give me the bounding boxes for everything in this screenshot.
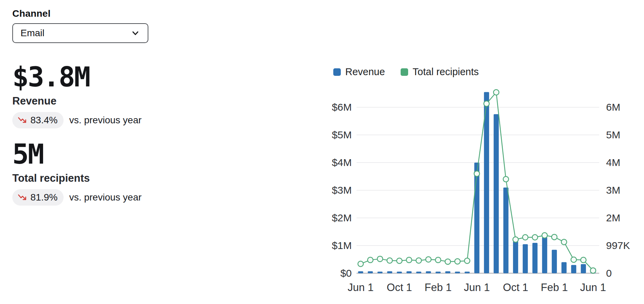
recipients-marker bbox=[494, 89, 499, 95]
recipients-marker bbox=[542, 233, 547, 238]
recipients-metric-value: 5M bbox=[12, 140, 204, 169]
trend-down-icon bbox=[18, 116, 27, 125]
recipients-marker bbox=[426, 257, 431, 262]
analytics-dashboard: Channel Email $3.8M Revenue 83.4% bbox=[0, 0, 644, 304]
revenue-change-badge: 83.4% bbox=[12, 112, 64, 128]
legend-item-revenue[interactable]: Revenue bbox=[333, 66, 385, 78]
svg-text:Jun 1: Jun 1 bbox=[348, 281, 374, 293]
svg-text:$3M: $3M bbox=[332, 184, 352, 196]
legend-swatch bbox=[401, 68, 408, 76]
recipients-marker bbox=[387, 258, 392, 263]
svg-text:997K: 997K bbox=[606, 240, 630, 251]
svg-text:$5M: $5M bbox=[332, 129, 352, 140]
revenue-bar bbox=[552, 250, 557, 273]
recipients-marker bbox=[503, 177, 509, 182]
recipients-marker bbox=[455, 259, 460, 264]
recipients-marker bbox=[581, 257, 586, 263]
recipients-marker bbox=[532, 235, 538, 240]
svg-text:Feb 1: Feb 1 bbox=[425, 281, 452, 293]
revenue-change-row: 83.4% vs. previous year bbox=[12, 112, 204, 128]
revenue-change-pct: 83.4% bbox=[30, 115, 57, 126]
svg-text:5M: 5M bbox=[606, 129, 620, 140]
recipients-marker bbox=[358, 261, 363, 266]
svg-text:$2M: $2M bbox=[332, 212, 352, 223]
recipients-marker bbox=[445, 259, 451, 264]
recipients-change-pct: 81.9% bbox=[30, 192, 57, 203]
revenue-metric-value: $3.8M bbox=[12, 63, 204, 92]
svg-text:$6M: $6M bbox=[332, 101, 352, 113]
svg-text:3M: 3M bbox=[606, 184, 620, 196]
legend-label: Total recipients bbox=[413, 66, 479, 78]
revenue-bar bbox=[542, 237, 547, 273]
recipients-marker bbox=[552, 234, 557, 240]
recipients-marker bbox=[561, 239, 567, 245]
revenue-bar bbox=[445, 271, 451, 273]
svg-text:6M: 6M bbox=[606, 101, 620, 113]
revenue-bar bbox=[358, 271, 363, 273]
revenue-bar bbox=[581, 264, 586, 273]
revenue-bar bbox=[377, 272, 383, 273]
recipients-change-suffix: vs. previous year bbox=[69, 192, 142, 203]
revenue-bar bbox=[513, 241, 518, 273]
revenue-bar bbox=[562, 262, 567, 273]
revenue-bar bbox=[465, 272, 470, 273]
svg-text:Feb 1: Feb 1 bbox=[541, 281, 568, 293]
svg-text:$4M: $4M bbox=[332, 157, 352, 168]
svg-text:4M: 4M bbox=[606, 157, 620, 168]
summary-panel: Channel Email $3.8M Revenue 83.4% bbox=[12, 8, 204, 206]
revenue-bar bbox=[523, 244, 528, 273]
svg-text:Jun 1: Jun 1 bbox=[464, 281, 490, 293]
recipients-marker bbox=[406, 257, 412, 263]
revenue-bar bbox=[474, 163, 480, 273]
channel-select-value: Email bbox=[21, 28, 44, 39]
chart-legend: Revenue Total recipients bbox=[333, 66, 479, 78]
revenue-bar bbox=[435, 272, 441, 273]
legend-label: Revenue bbox=[345, 66, 385, 78]
svg-text:Jun 1: Jun 1 bbox=[580, 281, 606, 293]
recipients-marker bbox=[474, 171, 480, 176]
channel-label: Channel bbox=[12, 8, 204, 19]
chevron-down-icon bbox=[131, 28, 140, 38]
revenue-bar bbox=[504, 188, 509, 273]
recipients-marker bbox=[513, 237, 518, 242]
recipients-marker bbox=[435, 257, 441, 263]
recipients-marker bbox=[571, 257, 576, 262]
revenue-bar bbox=[571, 265, 576, 273]
recipients-marker bbox=[484, 101, 489, 106]
recipients-marker bbox=[377, 256, 383, 262]
revenue-bar bbox=[455, 272, 460, 273]
revenue-bar bbox=[397, 272, 402, 273]
recipients-metric-label: Total recipients bbox=[12, 172, 204, 184]
svg-text:Oct 1: Oct 1 bbox=[503, 281, 528, 293]
revenue-bar bbox=[387, 271, 392, 273]
recipients-change-row: 81.9% vs. previous year bbox=[12, 189, 204, 206]
revenue-bar bbox=[406, 271, 412, 273]
recipients-change-badge: 81.9% bbox=[12, 189, 64, 206]
revenue-metric-label: Revenue bbox=[12, 95, 204, 107]
svg-text:2M: 2M bbox=[606, 212, 620, 223]
svg-text:Oct 1: Oct 1 bbox=[387, 281, 412, 293]
revenue-change-suffix: vs. previous year bbox=[69, 115, 142, 126]
revenue-bar bbox=[533, 243, 538, 273]
revenue-bar bbox=[426, 271, 431, 273]
svg-text:$0: $0 bbox=[340, 267, 352, 279]
recipients-marker bbox=[367, 257, 373, 263]
revenue-bar bbox=[494, 114, 499, 273]
recipients-marker bbox=[465, 258, 470, 264]
recipients-marker bbox=[523, 235, 528, 240]
svg-text:$1M: $1M bbox=[332, 240, 352, 251]
recipients-marker bbox=[397, 258, 402, 264]
recipients-marker bbox=[416, 258, 421, 263]
chart-canvas: $00$1M997K$2M2M$3M3M$4M4M$5M5M$6M6MJun 1… bbox=[326, 51, 638, 297]
trend-down-icon bbox=[18, 193, 27, 202]
recipients-marker bbox=[590, 268, 596, 273]
revenue-bar bbox=[416, 272, 421, 273]
legend-swatch bbox=[333, 68, 341, 76]
svg-text:0: 0 bbox=[606, 267, 612, 279]
channel-select[interactable]: Email bbox=[12, 23, 148, 43]
revenue-recipients-chart: $00$1M997K$2M2M$3M3M$4M4M$5M5M$6M6MJun 1… bbox=[326, 51, 638, 297]
revenue-bar bbox=[368, 271, 373, 273]
legend-item-total-recipients[interactable]: Total recipients bbox=[401, 66, 479, 78]
